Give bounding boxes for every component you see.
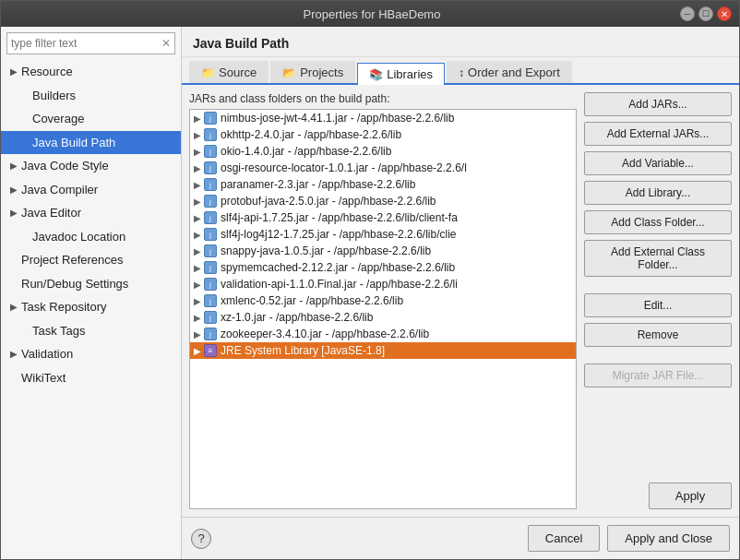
expand-icon: ▶ — [10, 300, 18, 314]
jar-item-xmlenc[interactable]: ▶jxmlenc-0.52.jar - /app/hbase-2.2.6/lib — [190, 292, 576, 309]
jar-expand-icon: ▶ — [194, 113, 201, 124]
jar-text: JRE System Library [JavaSE-1.8] — [221, 344, 385, 357]
add-jars-button[interactable]: Add JARs... — [584, 92, 732, 116]
jar-text: validation-api-1.1.0.Final.jar - /app/hb… — [221, 278, 458, 291]
sidebar-item-wikitext[interactable]: WikiText — [1, 366, 181, 390]
apply-button[interactable]: Apply — [649, 483, 732, 509]
jar-icon: j — [204, 328, 217, 340]
jar-text: osgi-resource-locator-1.0.1.jar - /app/h… — [221, 161, 467, 174]
bottom-left: ? — [191, 529, 211, 549]
sidebar-item-task-tags[interactable]: Task Tags — [1, 319, 181, 343]
jar-expand-icon: ▶ — [194, 197, 201, 207]
cancel-button[interactable]: Cancel — [528, 525, 600, 552]
jar-item-slf4j-log4j[interactable]: ▶jslf4j-log4j12-1.7.25.jar - /app/hbase-… — [190, 226, 576, 243]
sidebar-item-builders[interactable]: Builders — [1, 84, 181, 108]
jar-text: snappy-java-1.0.5.jar - /app/hbase-2.2.6… — [221, 244, 431, 257]
jre-icon: ≡ — [204, 344, 217, 357]
bottom-bar: ? Cancel Apply and Close — [182, 517, 739, 559]
sidebar-item-java-editor[interactable]: ▶Java Editor — [1, 201, 181, 225]
jar-item-nimbus[interactable]: ▶jnimbus-jose-jwt-4.41.1.jar - /app/hbas… — [190, 110, 576, 126]
sidebar-item-java-code-style[interactable]: ▶Java Code Style — [1, 154, 181, 178]
apply-and-close-button[interactable]: Apply and Close — [607, 525, 730, 552]
jar-expand-icon: ▶ — [194, 263, 201, 273]
jar-item-okhttp[interactable]: ▶jokhttp-2.4.0.jar - /app/hbase-2.2.6/li… — [190, 126, 576, 143]
jar-item-snappy[interactable]: ▶jsnappy-java-1.0.5.jar - /app/hbase-2.2… — [190, 243, 576, 259]
tabs-container: 📁Source📂Projects📚Libraries↕Order and Exp… — [189, 61, 574, 83]
jar-icon: j — [204, 294, 217, 307]
add-variable-button[interactable]: Add Variable... — [584, 151, 732, 175]
jar-list[interactable]: ▶jnimbus-jose-jwt-4.41.1.jar - /app/hbas… — [189, 109, 577, 509]
window-title: Properties for HBaeDemo — [64, 7, 680, 21]
tab-projects[interactable]: 📂Projects — [270, 61, 355, 83]
tab-source[interactable]: 📁Source — [189, 61, 269, 83]
jar-item-okio[interactable]: ▶jokio-1.4.0.jar - /app/hbase-2.2.6/lib — [190, 143, 576, 160]
jar-text: protobuf-java-2.5.0.jar - /app/hbase-2.2… — [221, 195, 436, 208]
edit-button[interactable]: Edit... — [584, 293, 732, 317]
jar-expand-icon: ▶ — [194, 130, 201, 140]
sidebar-item-label: Java Compiler — [21, 181, 98, 199]
maximize-button[interactable]: ☐ — [698, 6, 713, 21]
jar-expand-icon: ▶ — [194, 147, 201, 157]
title-bar-controls: ─ ☐ ✕ — [680, 6, 732, 21]
tab-order-export[interactable]: ↕Order and Export — [447, 61, 572, 83]
jar-icon: j — [204, 145, 217, 158]
jar-item-validation[interactable]: ▶jvalidation-api-1.1.0.Final.jar - /app/… — [190, 276, 576, 292]
jar-item-jre[interactable]: ▶≡JRE System Library [JavaSE-1.8] — [190, 342, 576, 359]
help-button[interactable]: ? — [191, 529, 211, 549]
filter-box[interactable]: ✕ — [6, 32, 175, 54]
jar-icon: j — [204, 128, 217, 141]
expand-icon: ▶ — [10, 65, 18, 78]
jar-expand-icon: ▶ — [194, 313, 201, 323]
jar-item-zookeeper[interactable]: ▶jzookeeper-3.4.10.jar - /app/hbase-2.2.… — [190, 326, 576, 342]
jar-item-paranamer[interactable]: ▶jparanamer-2.3.jar - /app/hbase-2.2.6/l… — [190, 176, 576, 193]
jar-item-protobuf[interactable]: ▶jprotobuf-java-2.5.0.jar - /app/hbase-2… — [190, 193, 576, 209]
list-section: JARs and class folders on the build path… — [189, 92, 577, 509]
sidebar-item-label: WikiText — [21, 369, 66, 387]
filter-input[interactable] — [11, 37, 161, 50]
add-external-class-folder-button[interactable]: Add External Class Folder... — [584, 240, 732, 277]
sidebar-item-coverage[interactable]: Coverage — [1, 107, 181, 131]
tab-libraries[interactable]: 📚Libraries — [357, 63, 445, 85]
jar-item-osgi[interactable]: ▶josgi-resource-locator-1.0.1.jar - /app… — [190, 160, 576, 176]
close-button[interactable]: ✕ — [717, 6, 732, 21]
content-area: ✕ ▶ResourceBuildersCoverageJava Build Pa… — [1, 27, 739, 559]
add-library-button[interactable]: Add Library... — [584, 181, 732, 205]
sidebar-nav: ▶ResourceBuildersCoverageJava Build Path… — [1, 60, 181, 389]
jar-expand-icon: ▶ — [194, 213, 201, 223]
jar-text: slf4j-api-1.7.25.jar - /app/hbase-2.2.6/… — [221, 211, 458, 224]
sidebar-item-project-references[interactable]: Project References — [1, 248, 181, 272]
add-class-folder-button[interactable]: Add Class Folder... — [584, 210, 732, 234]
sidebar-item-label: Javadoc Location — [32, 228, 125, 246]
tab-label-order-export: Order and Export — [468, 66, 560, 79]
panel-header: Java Build Path — [182, 27, 739, 57]
remove-button[interactable]: Remove — [584, 323, 732, 347]
jar-text: xz-1.0.jar - /app/hbase-2.2.6/lib — [221, 311, 373, 324]
sidebar-item-label: Java Build Path — [32, 134, 115, 152]
jar-text: okhttp-2.4.0.jar - /app/hbase-2.2.6/lib — [221, 128, 401, 141]
sidebar-item-label: Task Tags — [32, 322, 86, 340]
jar-item-xz[interactable]: ▶jxz-1.0.jar - /app/hbase-2.2.6/lib — [190, 309, 576, 326]
jar-text: xmlenc-0.52.jar - /app/hbase-2.2.6/lib — [221, 294, 403, 307]
sidebar-item-javadoc-location[interactable]: Javadoc Location — [1, 225, 181, 249]
sidebar-item-java-build-path[interactable]: Java Build Path — [1, 131, 181, 155]
jar-icon: j — [204, 211, 217, 224]
tab-label-source: Source — [219, 66, 257, 79]
bottom-right: Cancel Apply and Close — [528, 525, 730, 552]
jar-text: zookeeper-3.4.10.jar - /app/hbase-2.2.6/… — [221, 328, 429, 340]
expand-icon: ▶ — [10, 159, 18, 173]
sidebar-item-java-compiler[interactable]: ▶Java Compiler — [1, 178, 181, 202]
sidebar-item-run-debug-settings[interactable]: Run/Debug Settings — [1, 272, 181, 296]
sidebar: ✕ ▶ResourceBuildersCoverageJava Build Pa… — [1, 27, 182, 559]
sidebar-item-label: Validation — [21, 345, 73, 363]
add-external-jars-button[interactable]: Add External JARs... — [584, 122, 732, 146]
sidebar-item-label: Project References — [21, 251, 124, 269]
jar-item-slf4j-api[interactable]: ▶jslf4j-api-1.7.25.jar - /app/hbase-2.2.… — [190, 209, 576, 226]
minimize-button[interactable]: ─ — [680, 6, 695, 21]
jar-expand-icon: ▶ — [194, 230, 201, 240]
sidebar-item-task-repository[interactable]: ▶Task Repository — [1, 295, 181, 319]
filter-clear-icon[interactable]: ✕ — [161, 37, 171, 50]
sidebar-item-resource[interactable]: ▶Resource — [1, 60, 181, 84]
sidebar-item-validation[interactable]: ▶Validation — [1, 342, 181, 366]
jar-item-spymemcached[interactable]: ▶jspymemcached-2.12.2.jar - /app/hbase-2… — [190, 259, 576, 276]
migrate-jar-button[interactable]: Migrate JAR File... — [584, 363, 732, 387]
